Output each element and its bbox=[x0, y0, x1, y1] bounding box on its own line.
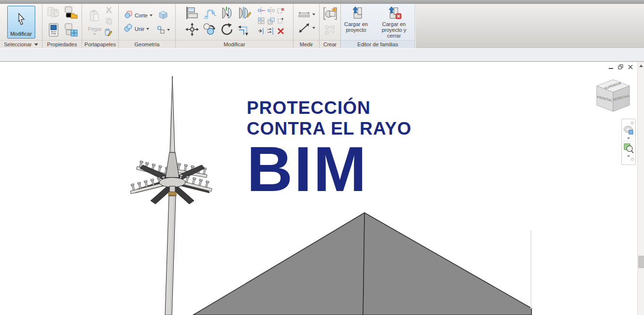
chevron-down-icon bbox=[312, 27, 315, 29]
connector-icon bbox=[156, 26, 165, 34]
delete-icon[interactable] bbox=[277, 27, 285, 37]
options-bar bbox=[0, 48, 644, 62]
create-similar-icon[interactable] bbox=[324, 25, 336, 38]
pin-icon[interactable] bbox=[277, 17, 285, 27]
panel-seleccionar: Modificar Seleccionar bbox=[0, 4, 42, 48]
measure-diagonal-icon bbox=[298, 22, 310, 34]
chevron-down-icon bbox=[34, 43, 38, 46]
panel-label-crear: Crear bbox=[320, 40, 340, 48]
window-folder-icon[interactable] bbox=[64, 5, 78, 22]
panel-propiedades: Propiedades bbox=[42, 4, 82, 48]
revit-family-editor-window: Modificar Seleccionar bbox=[0, 0, 644, 315]
titlebar-strip bbox=[0, 0, 644, 4]
panel-geometria: Corte Unir bbox=[119, 4, 176, 48]
family-category-icon[interactable] bbox=[46, 5, 61, 22]
cut-geometry-button[interactable]: Corte bbox=[124, 10, 153, 21]
solid-box-icon[interactable] bbox=[158, 10, 168, 22]
panel-portapapeles: Pegar bbox=[82, 4, 119, 48]
load-into-project-icon bbox=[349, 6, 364, 20]
cut-icon[interactable] bbox=[105, 6, 112, 15]
ribbon: Modificar Seleccionar bbox=[0, 4, 644, 48]
mirror-axis-icon[interactable] bbox=[257, 7, 266, 17]
measure-between-button[interactable] bbox=[298, 22, 315, 34]
create-group-icon[interactable] bbox=[323, 6, 337, 23]
minimize-icon bbox=[609, 68, 613, 69]
zoom-tool-icon[interactable] bbox=[623, 143, 634, 155]
wall-edge-line bbox=[531, 231, 532, 309]
cursor-arrow-icon bbox=[15, 13, 28, 31]
chevron-down-icon bbox=[312, 14, 315, 15]
close-icon bbox=[629, 65, 632, 69]
mirror-pick-icon[interactable] bbox=[267, 7, 275, 17]
panel-label-medir: Medir bbox=[294, 40, 319, 48]
viewcube[interactable]: SUPERIOR FRONTAL DERECHA bbox=[594, 78, 632, 115]
split-with-gap-icon[interactable] bbox=[237, 6, 252, 22]
match-type-properties-icon[interactable] bbox=[105, 28, 112, 38]
properties-palette-icon[interactable] bbox=[46, 23, 61, 39]
navbar-options-icon[interactable] bbox=[623, 121, 634, 125]
panel-label-portapapeles: Portapapeles bbox=[82, 40, 118, 48]
chevron-down-icon bbox=[167, 29, 170, 31]
family-types-icon[interactable] bbox=[64, 23, 78, 39]
title-line-1: PROTECCIÓN bbox=[247, 97, 412, 118]
modify-tool-button[interactable]: Modificar bbox=[7, 6, 35, 39]
paste-button[interactable]: Pegar bbox=[88, 9, 102, 35]
clipboard-icon bbox=[88, 9, 101, 25]
join-geometry-icon bbox=[124, 24, 133, 34]
scrollbar-thumb[interactable] bbox=[638, 256, 644, 268]
ribbon-empty-area bbox=[415, 4, 644, 48]
navigation-bar bbox=[621, 119, 636, 165]
scroll-up-arrow-icon[interactable] bbox=[639, 65, 643, 67]
title-line-3: BIM bbox=[247, 143, 412, 196]
connectors-button[interactable] bbox=[156, 26, 170, 34]
array-icon[interactable] bbox=[257, 17, 266, 27]
measure-distance-icon bbox=[298, 11, 310, 18]
scale-icon[interactable] bbox=[267, 17, 275, 27]
panel-medir: Medir bbox=[294, 4, 320, 48]
align-icon[interactable] bbox=[185, 6, 199, 22]
split-element-icon[interactable] bbox=[220, 6, 234, 22]
move-icon[interactable] bbox=[185, 22, 199, 39]
chevron-down-icon[interactable] bbox=[150, 14, 153, 16]
copy-icon[interactable] bbox=[105, 17, 112, 27]
load-into-project-close-icon bbox=[386, 6, 402, 20]
steering-wheel-icon[interactable] bbox=[623, 125, 634, 137]
cut-geometry-icon bbox=[124, 10, 133, 21]
join-geometry-button[interactable]: Unir bbox=[124, 24, 149, 34]
unpin-icon[interactable] bbox=[277, 7, 285, 17]
panel-label-geometria: Geometría bbox=[119, 40, 175, 48]
offset-icon[interactable] bbox=[202, 6, 217, 22]
panel-modificar: Modificar bbox=[176, 4, 294, 48]
chevron-down-icon[interactable] bbox=[627, 137, 630, 139]
panel-crear: Crear bbox=[320, 4, 341, 48]
navbar-divider bbox=[623, 141, 634, 141]
align-multiple-icon[interactable] bbox=[267, 27, 275, 37]
panel-label-seleccionar[interactable]: Seleccionar bbox=[0, 40, 42, 48]
chevron-down-icon[interactable] bbox=[146, 28, 149, 30]
rotate-icon[interactable] bbox=[220, 22, 234, 39]
copy-element-icon[interactable] bbox=[202, 22, 217, 39]
trim-extend-icon[interactable] bbox=[237, 22, 252, 39]
view-window-controls bbox=[608, 64, 635, 72]
title-text[interactable]: PROTECCIÓN CONTRA EL RAYO BIM bbox=[247, 97, 412, 196]
paste-label: Pegar bbox=[88, 26, 102, 32]
panel-label-propiedades: Propiedades bbox=[42, 40, 82, 48]
panel-editor-familias: Cargar en proyecto Cargar en proyecto y … bbox=[341, 4, 415, 48]
panel-label-modificar: Modificar bbox=[176, 40, 293, 48]
lightning-rod-graphic[interactable] bbox=[125, 71, 216, 315]
load-into-project-close-button[interactable]: Cargar en proyecto y cerrar bbox=[374, 6, 414, 39]
vertical-scrollbar[interactable] bbox=[637, 62, 644, 315]
load-into-project-button[interactable]: Cargar en proyecto bbox=[342, 6, 370, 33]
restore-icon bbox=[618, 65, 623, 69]
chevron-down-icon bbox=[93, 33, 96, 35]
align-end-icon[interactable] bbox=[257, 27, 266, 37]
modify-button-label: Modificar bbox=[10, 31, 32, 37]
drawing-canvas[interactable]: PROTECCIÓN CONTRA EL RAYO BIM SUPERIO bbox=[0, 62, 644, 315]
measure-distance-button[interactable] bbox=[298, 11, 315, 18]
navbar-more-icon[interactable] bbox=[623, 157, 634, 161]
panel-label-editor-familias: Editor de familias bbox=[341, 40, 415, 48]
